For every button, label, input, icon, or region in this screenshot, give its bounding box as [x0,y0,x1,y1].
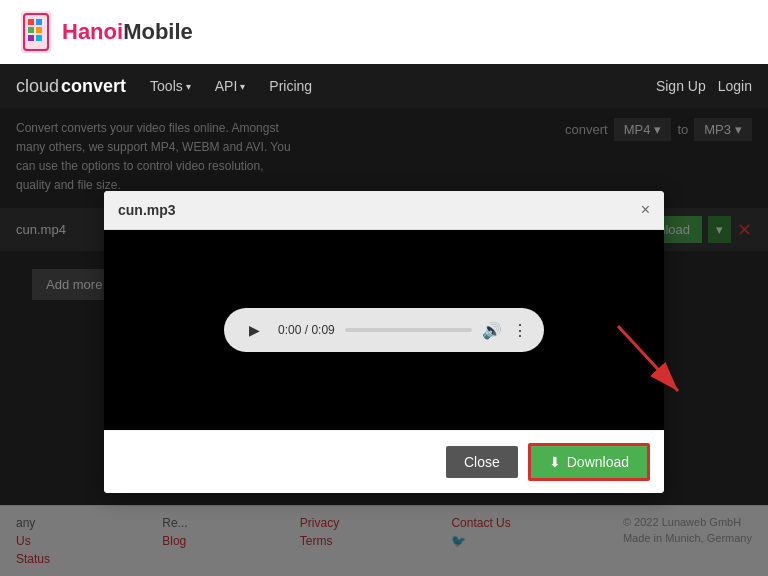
play-button[interactable]: ▶ [240,316,268,344]
svg-rect-6 [28,35,34,41]
volume-icon[interactable]: 🔊 [482,321,502,340]
navbar-right: Sign Up Login [656,78,752,94]
modal-title: cun.mp3 [118,202,176,218]
nav-pricing[interactable]: Pricing [269,78,312,94]
nav-api[interactable]: API ▾ [215,78,246,94]
signup-button[interactable]: Sign Up [656,78,706,94]
modal-dialog: cun.mp3 × ▶ 0:00 / 0:09 🔊 ⋮ [104,191,664,493]
brand-cloud: cloud [16,76,59,97]
logo-text: HanoiMobile [62,19,193,45]
main-content: Convert converts your video files online… [0,108,768,576]
more-options-icon[interactable]: ⋮ [512,321,528,340]
modal-close-btn[interactable]: Close [446,446,518,478]
top-banner: HanoiMobile [0,0,768,64]
modal-close-button[interactable]: × [641,201,650,219]
logo-container: HanoiMobile [16,9,193,55]
modal-overlay: cun.mp3 × ▶ 0:00 / 0:09 🔊 ⋮ [0,108,768,576]
modal-body: ▶ 0:00 / 0:09 🔊 ⋮ [104,230,664,430]
svg-rect-5 [36,27,42,33]
svg-rect-7 [36,35,42,41]
login-button[interactable]: Login [718,78,752,94]
brand-convert: convert [61,76,126,97]
svg-rect-3 [36,19,42,25]
modal-header: cun.mp3 × [104,191,664,230]
nav-tools[interactable]: Tools ▾ [150,78,191,94]
navbar-left: cloudconvert Tools ▾ API ▾ Pricing [16,76,312,97]
modal-footer: Close ⬇ Download [104,430,664,493]
svg-rect-4 [28,27,34,33]
brand: cloudconvert [16,76,126,97]
hanoimobile-logo-icon [16,9,56,55]
tools-dropdown-icon: ▾ [186,81,191,92]
navbar: cloudconvert Tools ▾ API ▾ Pricing Sign … [0,64,768,108]
api-dropdown-icon: ▾ [240,81,245,92]
audio-player: ▶ 0:00 / 0:09 🔊 ⋮ [224,308,544,352]
time-display: 0:00 / 0:09 [278,323,335,337]
modal-download-button[interactable]: ⬇ Download [528,443,650,481]
audio-progress-bar[interactable] [345,328,472,332]
modal-download-icon: ⬇ [549,454,561,470]
svg-rect-2 [28,19,34,25]
